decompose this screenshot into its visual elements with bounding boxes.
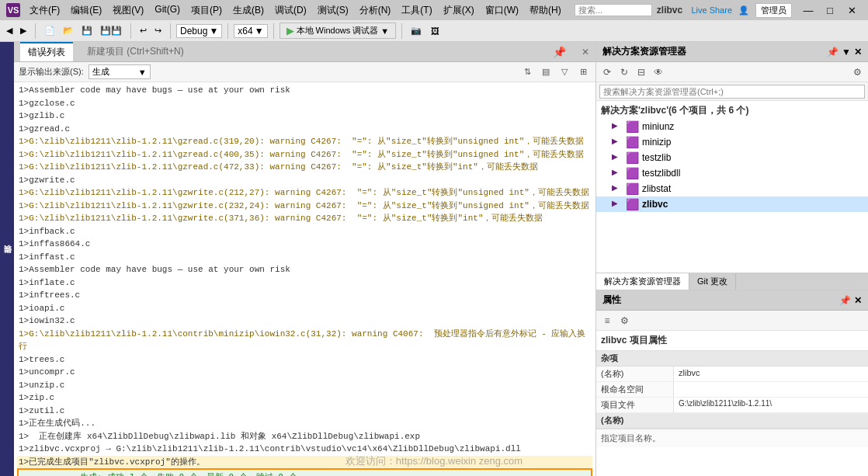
minimize-button[interactable]: —: [798, 0, 818, 20]
forward-button[interactable]: ▶: [17, 24, 30, 37]
sort-icon[interactable]: ⇅: [519, 64, 535, 80]
source-chevron-icon: ▼: [138, 68, 147, 77]
platform-dropdown[interactable]: x64 ▼: [234, 24, 267, 38]
run-debugger-button[interactable]: ▶ 本地 Windows 调试器 ▼: [279, 23, 397, 39]
menu-window[interactable]: 窗口(W): [481, 2, 523, 19]
file-buttons: 📄 📂 💾 💾💾: [41, 24, 125, 37]
se-item-testzlibdll[interactable]: ▶ 🟪 testzlibdll: [596, 165, 868, 181]
se-item-zlibvc[interactable]: ▶ 🟪 zlibvc: [596, 196, 868, 212]
menu-extensions[interactable]: 扩展(X): [439, 2, 479, 19]
prop-pin-icon[interactable]: 📌: [839, 295, 851, 306]
window-controls: — □ ✕: [798, 0, 862, 20]
se-header-controls: 📌 ▼ ✕: [827, 47, 862, 57]
new-project-tab[interactable]: 新建项目 (Ctrl+Shift+N): [79, 43, 192, 61]
prop-row-name: (名称) zlibvc: [596, 367, 868, 382]
maximize-button[interactable]: □: [820, 0, 840, 20]
se-close-icon[interactable]: ✕: [854, 47, 862, 57]
left-strip-label-1[interactable]: 错误列表: [2, 256, 14, 262]
menu-edit[interactable]: 编辑(E): [66, 2, 106, 19]
se-tab-git[interactable]: Git 更改: [689, 273, 736, 290]
build-line-warning: 1>G:\zlib\zlib1211\zlib-1.2.11\gzwrite.c…: [17, 212, 592, 225]
toolbar-sep-3: [170, 23, 171, 39]
project-icon: ▶: [612, 183, 623, 194]
panel-pin-button[interactable]: 📌: [553, 46, 566, 58]
menu-help[interactable]: 帮助(H): [525, 2, 566, 19]
prop-row-namespace: 根命名空间: [596, 382, 868, 398]
build-line: 1>zlibvc.vcxproj → G:\zlib\zlib1211\zlib…: [17, 443, 592, 456]
se-sync-button[interactable]: ⟳: [599, 64, 615, 80]
se-tab-solution[interactable]: 解决方案资源管理器: [596, 273, 689, 290]
undo-button[interactable]: ↩: [137, 24, 150, 37]
panel-close-button[interactable]: ✕: [582, 47, 589, 57]
global-search-input[interactable]: [575, 4, 652, 16]
new-file-button[interactable]: 📄: [41, 24, 58, 37]
filter-icon[interactable]: ▽: [557, 64, 572, 80]
save-all-button[interactable]: 💾💾: [97, 24, 125, 37]
prop-category-misc: 杂项: [596, 351, 868, 367]
prop-close-icon[interactable]: ✕: [854, 295, 862, 306]
close-button[interactable]: ✕: [842, 0, 862, 20]
debug-mode-dropdown[interactable]: Debug ▼: [176, 24, 222, 38]
back-button[interactable]: ◀: [3, 24, 16, 37]
save-button[interactable]: 💾: [78, 24, 95, 37]
window-title: zlibvc: [657, 5, 682, 16]
prop-toolbar: ≡ ⚙: [596, 311, 868, 331]
prop-list-icon[interactable]: ≡: [599, 313, 615, 328]
se-collapse-button[interactable]: ⊟: [634, 64, 649, 80]
profile-icon[interactable]: 👤: [738, 5, 749, 16]
menu-git[interactable]: Git(G): [150, 2, 185, 19]
menu-build[interactable]: 生成(B): [228, 2, 269, 19]
se-refresh-button[interactable]: ↻: [616, 64, 632, 80]
admin-button[interactable]: 管理员: [755, 3, 792, 18]
build-line-warning: 1>G:\zlib\zlib1211\zlib-1.2.11\gzread.c(…: [17, 161, 592, 174]
se-settings-icon[interactable]: ▼: [842, 47, 851, 57]
chevron-down-icon: ▼: [209, 26, 218, 36]
prop-name-label: (名称): [596, 367, 674, 381]
menu-view[interactable]: 视图(V): [108, 2, 148, 19]
build-line: 1>正在生成代码...: [17, 417, 592, 430]
menu-debug[interactable]: 调试(D): [270, 2, 311, 19]
live-share-button[interactable]: Live Share: [691, 5, 732, 15]
menu-project[interactable]: 项目(P): [186, 2, 227, 19]
build-line-warning: 1>G:\zlib\zlib1211\zlib-1.2.11\gzread.c(…: [17, 135, 592, 148]
error-list-tab[interactable]: 错误列表: [20, 42, 73, 61]
error-panel: 错误列表 新建项目 (Ctrl+Shift+N) 📌 ✕ 显示输出来源(S): …: [14, 42, 596, 476]
se-settings-button[interactable]: ⚙: [849, 64, 865, 80]
run-chevron-icon: ▼: [380, 26, 389, 36]
se-search-input[interactable]: [599, 85, 865, 99]
prop-gear-icon[interactable]: ⚙: [616, 313, 632, 328]
camera-button[interactable]: 📷: [408, 24, 425, 37]
redo-button[interactable]: ↪: [151, 24, 165, 37]
prop-value-file[interactable]: G:\zlib\zlib1211\zlib-1.2.11\: [674, 398, 868, 412]
group-icon[interactable]: ▤: [538, 64, 554, 80]
prop-value-namespace[interactable]: [674, 382, 868, 397]
prop-file-label: 项目文件: [596, 398, 674, 412]
columns-icon[interactable]: ⊞: [575, 64, 591, 80]
build-line: 1>gzclose.c: [17, 97, 592, 110]
build-line-highlight: 1>已完成生成项目"zlibvc.vcxproj"的操作。: [17, 456, 592, 469]
se-item-zlibstat[interactable]: ▶ 🟪 zlibstat: [596, 181, 868, 196]
se-gear-icon[interactable]: ⚙: [849, 64, 865, 80]
se-item-testzlib[interactable]: ▶ 🟪 testzlib: [596, 150, 868, 165]
build-output: 1>Assembler code may have bugs — use at …: [14, 82, 595, 476]
prop-value-name[interactable]: zlibvc: [674, 367, 868, 381]
menu-analyze[interactable]: 分析(N): [355, 2, 396, 19]
play-icon: ▶: [286, 25, 294, 36]
se-pin-icon[interactable]: 📌: [827, 47, 838, 57]
se-search-bar: [596, 82, 868, 101]
project-icon: ▶: [612, 199, 623, 210]
source-dropdown[interactable]: 生成 ▼: [89, 64, 151, 79]
solution-explorer-header: 解决方案资源管理器 📌 ▼ ✕: [596, 42, 868, 62]
build-line: 1>zip.c: [17, 391, 592, 405]
menu-file[interactable]: 文件(F): [25, 2, 64, 19]
se-item-miniunz[interactable]: ▶ 🟪 miniunz: [596, 119, 868, 134]
screenshot-button[interactable]: 🖼: [428, 25, 443, 37]
se-item-minizip[interactable]: ▶ 🟪 minizip: [596, 134, 868, 150]
se-show-all-button[interactable]: 👁: [651, 64, 666, 80]
build-line-warning: 1>G:\zlib\zlib1211\zlib-1.2.11\gzwrite.c…: [17, 186, 592, 200]
toolbar-sep-5: [273, 23, 274, 39]
menu-test[interactable]: 测试(S): [313, 2, 353, 19]
nav-buttons: ◀ ▶: [3, 24, 30, 37]
menu-tools[interactable]: 工具(T): [397, 2, 436, 19]
open-file-button[interactable]: 📂: [60, 24, 77, 37]
